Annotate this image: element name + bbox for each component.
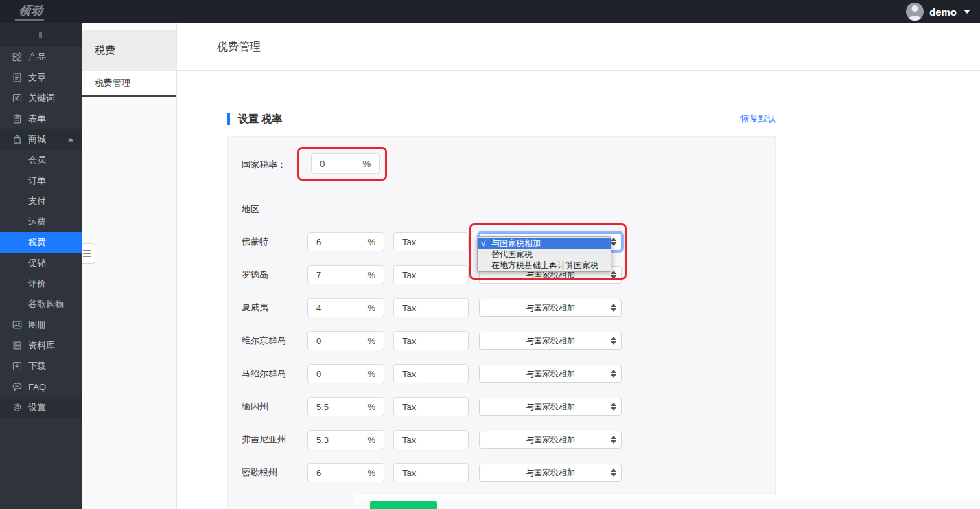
- sidebar-item-税费[interactable]: 税费: [0, 232, 82, 253]
- region-tax-name-input[interactable]: Tax: [393, 265, 469, 284]
- tax-mode-select[interactable]: 与国家税相加: [479, 398, 622, 416]
- region-name-label: 夏威夷: [242, 302, 268, 314]
- select-stepper-icon: [611, 337, 616, 345]
- tax-mode-select[interactable]: 与国家税相加: [479, 332, 622, 350]
- percent-suffix: %: [367, 270, 375, 280]
- tax-mode-select[interactable]: 与国家税相加: [479, 464, 622, 482]
- restore-default-link[interactable]: 恢复默认: [740, 113, 776, 125]
- user-avatar-icon: [906, 3, 924, 21]
- sidebar-collapse-handle[interactable]: ‖: [0, 23, 82, 47]
- tax-name-value: Tax: [402, 468, 416, 478]
- region-tax-name-input[interactable]: Tax: [393, 430, 469, 449]
- sidebar-item-图册[interactable]: 图册: [0, 315, 82, 335]
- region-rate-input[interactable]: 6%: [307, 232, 384, 251]
- sidebar-item-评价[interactable]: 评价: [0, 273, 82, 294]
- region-name-label: 佛蒙特: [242, 236, 268, 248]
- sidebar-item-运费[interactable]: 运费: [0, 212, 82, 232]
- region-rate-input[interactable]: 0%: [307, 364, 384, 383]
- sidebar-item-FAQ[interactable]: FAQ: [0, 376, 82, 397]
- region-row: 维尔京群岛0%Tax与国家税相加: [228, 324, 775, 357]
- subnav-title: 税费: [82, 30, 176, 71]
- region-row: 夏威夷4%Tax与国家税相加: [228, 291, 775, 324]
- sidebar-item-订单[interactable]: 订单: [0, 170, 82, 191]
- region-tax-name-input[interactable]: Tax: [393, 331, 469, 350]
- sidebar-item-商城[interactable]: 商城: [0, 129, 82, 150]
- tax-mode-select[interactable]: 与国家税相加: [479, 431, 622, 449]
- tax-name-value: Tax: [402, 336, 416, 346]
- dropdown-option[interactable]: 在地方税基础上再计算国家税: [478, 260, 611, 271]
- page-title: 税费管理: [177, 23, 980, 71]
- sidebar-item-label: 设置: [28, 401, 46, 414]
- sidebar-item-促销[interactable]: 促销: [0, 253, 82, 273]
- region-tax-name-input[interactable]: Tax: [393, 463, 469, 482]
- album-icon: [12, 320, 22, 330]
- form-icon: [12, 114, 22, 124]
- select-stepper-icon: [611, 436, 616, 444]
- region-tax-name-input[interactable]: Tax: [393, 298, 469, 317]
- keyword-icon: [12, 93, 22, 103]
- tax-mode-value: 与国家税相加: [526, 368, 575, 380]
- select-stepper-icon: [611, 370, 616, 378]
- save-button[interactable]: 保存: [370, 501, 437, 509]
- region-rate-input[interactable]: 6%: [307, 463, 384, 482]
- tax-settings-card: 国家税率： 0 % 地区 佛蒙特6%Tax与国家税相加罗德岛7%Tax与国家税相…: [227, 136, 776, 509]
- tax-name-value: Tax: [402, 435, 416, 445]
- user-menu[interactable]: demo: [906, 3, 970, 21]
- sidebar-item-产品[interactable]: 产品: [0, 47, 82, 67]
- sidebar-item-资料库[interactable]: 资料库: [0, 335, 82, 356]
- region-name-label: 缅因州: [242, 400, 268, 413]
- sidebar-item-label: 评价: [28, 278, 46, 290]
- region-row: 弗吉尼亚州5.3%Tax与国家税相加: [228, 423, 775, 456]
- tax-mode-value: 与国家税相加: [526, 467, 575, 479]
- select-stepper-icon: [611, 403, 616, 411]
- tax-mode-select[interactable]: 与国家税相加: [479, 365, 622, 383]
- national-tax-input[interactable]: 0 %: [311, 153, 380, 174]
- region-tax-name-input[interactable]: Tax: [393, 232, 469, 251]
- sidebar-item-表单[interactable]: 表单: [0, 109, 82, 129]
- region-name-label: 马绍尔群岛: [242, 367, 286, 380]
- region-rate-input[interactable]: 4%: [307, 298, 384, 317]
- tax-name-value: Tax: [402, 402, 416, 412]
- rate-value: 5.3: [316, 435, 329, 445]
- sidebar-item-label: 商城: [28, 133, 46, 146]
- sidebar-item-会员[interactable]: 会员: [0, 150, 82, 170]
- region-rate-input[interactable]: 0%: [307, 331, 384, 350]
- dropdown-option[interactable]: 替代国家税: [478, 249, 611, 260]
- sidebar-item-label: 产品: [28, 51, 46, 63]
- subnav-item-tax-management[interactable]: 税费管理: [82, 71, 176, 97]
- region-rate-input[interactable]: 5.5%: [307, 397, 384, 416]
- select-stepper-icon: [611, 468, 616, 477]
- region-rate-input[interactable]: 7%: [307, 265, 384, 284]
- region-row: 缅因州5.5%Tax与国家税相加: [228, 390, 775, 423]
- mall-bag-icon: [12, 135, 22, 144]
- sidebar-item-label: 图册: [28, 319, 46, 331]
- faq-icon: [12, 382, 22, 392]
- dropdown-option[interactable]: √与国家税相加: [478, 238, 611, 249]
- sidebar-item-谷歌购物[interactable]: 谷歌购物: [0, 294, 82, 315]
- rate-value: 0: [316, 369, 321, 379]
- national-tax-value: 0: [320, 159, 325, 169]
- percent-suffix: %: [367, 468, 375, 478]
- sidebar-item-文章[interactable]: 文章: [0, 67, 82, 88]
- select-stepper-icon: [611, 271, 616, 279]
- sidebar-item-下载[interactable]: 下载: [0, 356, 82, 376]
- sidebar-item-label: 谷歌购物: [28, 298, 64, 310]
- footer-bar: 保存 取消: [354, 495, 980, 509]
- sidebar-item-label: 文章: [28, 71, 46, 84]
- topbar: 领动 demo: [0, 0, 980, 23]
- settings-gear-icon: [12, 403, 22, 412]
- percent-suffix: %: [367, 435, 375, 445]
- tax-mode-value: 与国家税相加: [526, 335, 575, 347]
- sidebar-item-设置[interactable]: 设置: [0, 397, 82, 418]
- sidebar-item-label: 支付: [28, 195, 46, 207]
- sidebar-item-label: 促销: [28, 257, 46, 269]
- tax-mode-select[interactable]: 与国家税相加: [479, 299, 622, 317]
- sidebar-item-支付[interactable]: 支付: [0, 191, 82, 212]
- tax-mode-dropdown-menu: √与国家税相加替代国家税在地方税基础上再计算国家税: [477, 236, 611, 272]
- region-tax-name-input[interactable]: Tax: [393, 397, 469, 416]
- sidebar-item-关键词[interactable]: 关键词: [0, 88, 82, 109]
- region-row: 密歇根州6%Tax与国家税相加: [228, 456, 775, 489]
- select-stepper-icon: [611, 304, 616, 312]
- region-rate-input[interactable]: 5.3%: [307, 430, 384, 449]
- region-tax-name-input[interactable]: Tax: [393, 364, 469, 383]
